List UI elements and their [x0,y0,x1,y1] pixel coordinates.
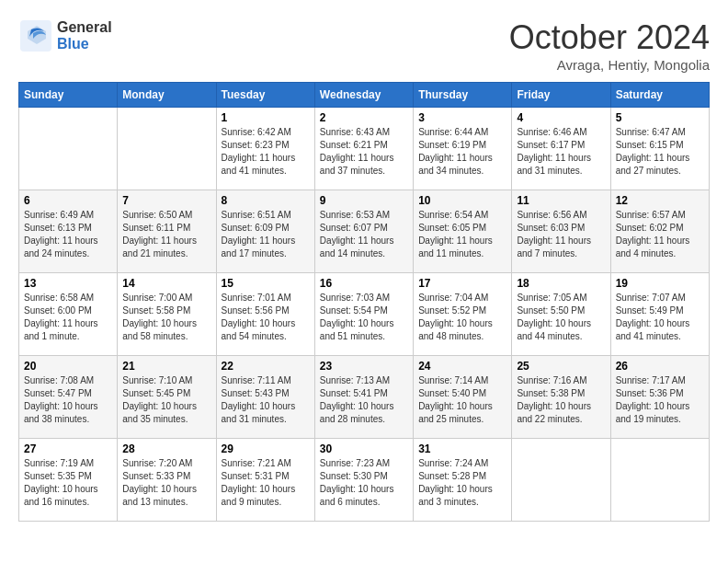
day-number: 23 [320,360,408,373]
day-number: 21 [122,360,210,373]
day-number: 29 [222,442,310,455]
day-number: 1 [222,111,310,124]
calendar-table: SundayMondayTuesdayWednesdayThursdayFrid… [18,82,710,522]
week-row-2: 6Sunrise: 6:49 AM Sunset: 6:13 PM Daylig… [19,190,710,273]
calendar-cell: 14Sunrise: 7:00 AM Sunset: 5:58 PM Dayli… [118,273,216,356]
day-info: Sunrise: 6:44 AM Sunset: 6:19 PM Dayligh… [418,126,506,178]
day-number: 19 [616,277,704,290]
calendar-cell: 28Sunrise: 7:20 AM Sunset: 5:33 PM Dayli… [118,439,216,522]
day-info: Sunrise: 7:01 AM Sunset: 5:56 PM Dayligh… [222,292,310,343]
day-info: Sunrise: 7:13 AM Sunset: 5:41 PM Dayligh… [320,374,408,426]
calendar-cell: 3Sunrise: 6:44 AM Sunset: 6:19 PM Daylig… [414,108,512,190]
day-info: Sunrise: 7:23 AM Sunset: 5:30 PM Dayligh… [320,457,408,509]
day-info: Sunrise: 7:03 AM Sunset: 5:54 PM Dayligh… [320,292,408,343]
day-number: 9 [320,194,408,207]
week-row-5: 27Sunrise: 7:19 AM Sunset: 5:35 PM Dayli… [19,439,710,522]
header-row: SundayMondayTuesdayWednesdayThursdayFrid… [19,83,710,108]
day-number: 10 [418,194,506,207]
calendar-cell: 4Sunrise: 6:46 AM Sunset: 6:17 PM Daylig… [512,108,610,190]
calendar-cell: 30Sunrise: 7:23 AM Sunset: 5:30 PM Dayli… [314,439,413,522]
day-number: 30 [320,442,408,455]
calendar-cell: 24Sunrise: 7:14 AM Sunset: 5:40 PM Dayli… [414,356,512,439]
day-info: Sunrise: 7:21 AM Sunset: 5:31 PM Dayligh… [222,457,310,509]
calendar-cell: 13Sunrise: 6:58 AM Sunset: 6:00 PM Dayli… [19,273,118,356]
calendar-cell [19,108,118,190]
day-number: 24 [418,360,506,373]
calendar-cell: 19Sunrise: 7:07 AM Sunset: 5:49 PM Dayli… [610,273,709,356]
calendar-cell: 5Sunrise: 6:47 AM Sunset: 6:15 PM Daylig… [610,108,709,190]
logo: General Blue [18,18,112,53]
day-number: 13 [24,277,112,290]
calendar-cell: 6Sunrise: 6:49 AM Sunset: 6:13 PM Daylig… [19,190,118,273]
day-info: Sunrise: 7:16 AM Sunset: 5:38 PM Dayligh… [517,374,605,426]
calendar-cell: 16Sunrise: 7:03 AM Sunset: 5:54 PM Dayli… [314,273,413,356]
header-day-wednesday: Wednesday [314,83,413,108]
header-day-monday: Monday [118,83,216,108]
day-number: 17 [418,277,506,290]
day-number: 4 [517,111,605,124]
logo-icon [18,18,53,53]
calendar-cell: 26Sunrise: 7:17 AM Sunset: 5:36 PM Dayli… [610,356,709,439]
location: Avraga, Hentiy, Mongolia [509,57,710,73]
header-day-sunday: Sunday [19,83,118,108]
day-number: 11 [517,194,605,207]
day-number: 3 [418,111,506,124]
day-info: Sunrise: 6:46 AM Sunset: 6:17 PM Dayligh… [517,126,605,178]
day-info: Sunrise: 6:42 AM Sunset: 6:23 PM Dayligh… [222,126,310,178]
day-info: Sunrise: 7:04 AM Sunset: 5:52 PM Dayligh… [418,292,506,343]
calendar-header: SundayMondayTuesdayWednesdayThursdayFrid… [19,83,710,108]
day-number: 16 [320,277,408,290]
week-row-1: 1Sunrise: 6:42 AM Sunset: 6:23 PM Daylig… [19,108,710,190]
day-info: Sunrise: 7:11 AM Sunset: 5:43 PM Dayligh… [222,374,310,426]
calendar-cell [610,439,709,522]
day-info: Sunrise: 6:50 AM Sunset: 6:11 PM Dayligh… [122,209,210,260]
day-info: Sunrise: 7:08 AM Sunset: 5:47 PM Dayligh… [24,374,112,426]
day-info: Sunrise: 6:49 AM Sunset: 6:13 PM Dayligh… [24,209,112,260]
day-number: 20 [24,360,112,373]
day-info: Sunrise: 7:17 AM Sunset: 5:36 PM Dayligh… [616,374,704,426]
calendar-cell: 29Sunrise: 7:21 AM Sunset: 5:31 PM Dayli… [216,439,314,522]
calendar-cell: 11Sunrise: 6:56 AM Sunset: 6:03 PM Dayli… [512,190,610,273]
logo-general: General [57,19,112,36]
calendar-cell: 1Sunrise: 6:42 AM Sunset: 6:23 PM Daylig… [216,108,314,190]
day-number: 8 [222,194,310,207]
day-number: 2 [320,111,408,124]
day-info: Sunrise: 6:47 AM Sunset: 6:15 PM Dayligh… [616,126,704,178]
day-info: Sunrise: 7:19 AM Sunset: 5:35 PM Dayligh… [24,457,112,509]
day-number: 15 [222,277,310,290]
day-number: 31 [418,442,506,455]
header-day-thursday: Thursday [414,83,512,108]
calendar-cell: 31Sunrise: 7:24 AM Sunset: 5:28 PM Dayli… [414,439,512,522]
logo-blue: Blue [57,36,112,52]
title-block: October 2024 Avraga, Hentiy, Mongolia [509,18,710,73]
header-day-friday: Friday [512,83,610,108]
calendar-cell: 12Sunrise: 6:57 AM Sunset: 6:02 PM Dayli… [610,190,709,273]
day-info: Sunrise: 7:10 AM Sunset: 5:45 PM Dayligh… [122,374,210,426]
day-number: 14 [122,277,210,290]
calendar-cell [118,108,216,190]
calendar-cell [512,439,610,522]
month-title: October 2024 [509,18,710,57]
day-info: Sunrise: 7:14 AM Sunset: 5:40 PM Dayligh… [418,374,506,426]
day-info: Sunrise: 6:53 AM Sunset: 6:07 PM Dayligh… [320,209,408,260]
day-number: 26 [616,360,704,373]
day-info: Sunrise: 6:51 AM Sunset: 6:09 PM Dayligh… [222,209,310,260]
logo-text: General Blue [57,19,112,52]
day-number: 7 [122,194,210,207]
calendar-cell: 23Sunrise: 7:13 AM Sunset: 5:41 PM Dayli… [314,356,413,439]
page-header: General Blue October 2024 Avraga, Hentiy… [18,18,710,73]
day-number: 28 [122,442,210,455]
day-info: Sunrise: 6:57 AM Sunset: 6:02 PM Dayligh… [616,209,704,260]
calendar-cell: 2Sunrise: 6:43 AM Sunset: 6:21 PM Daylig… [314,108,413,190]
calendar-cell: 22Sunrise: 7:11 AM Sunset: 5:43 PM Dayli… [216,356,314,439]
calendar-cell: 7Sunrise: 6:50 AM Sunset: 6:11 PM Daylig… [118,190,216,273]
day-info: Sunrise: 7:20 AM Sunset: 5:33 PM Dayligh… [122,457,210,509]
calendar-cell: 15Sunrise: 7:01 AM Sunset: 5:56 PM Dayli… [216,273,314,356]
day-number: 27 [24,442,112,455]
day-info: Sunrise: 7:00 AM Sunset: 5:58 PM Dayligh… [122,292,210,343]
header-day-tuesday: Tuesday [216,83,314,108]
calendar-body: 1Sunrise: 6:42 AM Sunset: 6:23 PM Daylig… [19,108,710,522]
day-info: Sunrise: 7:24 AM Sunset: 5:28 PM Dayligh… [418,457,506,509]
calendar-cell: 25Sunrise: 7:16 AM Sunset: 5:38 PM Dayli… [512,356,610,439]
day-number: 12 [616,194,704,207]
